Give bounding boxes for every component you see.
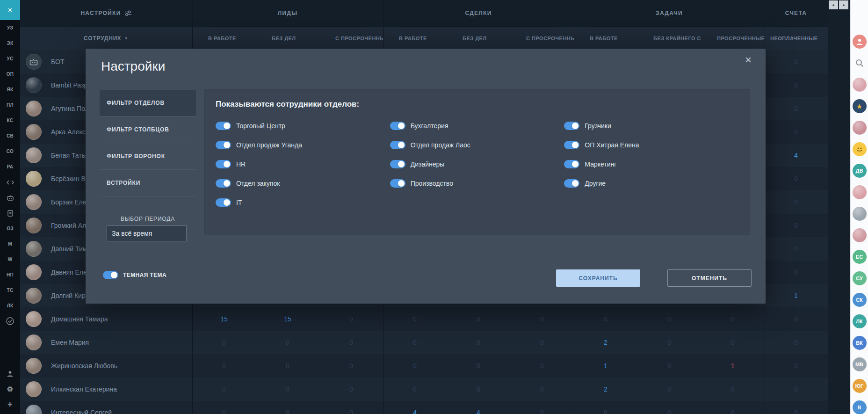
value-cell[interactable]: 0 (256, 339, 319, 346)
value-cell[interactable]: 0 (510, 385, 574, 393)
profile-avatar[interactable] (853, 35, 867, 49)
sidebar-channel-item[interactable]: ОЗ (0, 221, 20, 236)
sidebar-channel-item[interactable]: СО (0, 144, 20, 159)
value-cell[interactable]: 4 (383, 409, 447, 414)
document-icon[interactable] (0, 205, 20, 221)
employee-column-dropdown[interactable]: СОТРУДНИК ▼ (84, 35, 129, 42)
sidebar-channel-item[interactable]: КС (0, 113, 20, 128)
value-cell[interactable]: 0 (765, 409, 827, 414)
value-cell[interactable]: 0 (510, 409, 574, 414)
value-cell[interactable]: 0 (765, 175, 827, 182)
value-cell[interactable]: 0 (192, 385, 256, 393)
value-cell[interactable]: 0 (383, 362, 447, 370)
employee-cell[interactable]: Жириновская Любовь (20, 358, 192, 374)
sidebar-channel-item[interactable]: ТС (0, 283, 20, 298)
value-cell[interactable]: 1 (701, 362, 765, 370)
employee-cell[interactable]: Илкинская Екатерина (20, 381, 192, 397)
value-cell[interactable]: 0 (192, 362, 256, 370)
value-cell[interactable]: 0 (256, 409, 319, 414)
sidebar-channel-item[interactable]: W (0, 252, 20, 267)
contact-avatar[interactable]: ЛК (853, 314, 867, 328)
value-cell[interactable]: 0 (447, 315, 510, 323)
person-icon[interactable] (0, 366, 20, 381)
value-cell[interactable]: 0 (637, 315, 701, 323)
contact-avatar[interactable]: ВК (853, 336, 867, 350)
value-cell[interactable]: 0 (637, 409, 701, 414)
value-cell[interactable]: 0 (383, 315, 447, 323)
contact-avatar[interactable]: СК (853, 293, 867, 307)
value-cell[interactable]: 0 (192, 409, 256, 414)
modal-tab[interactable]: ВСТРОЙКИ (100, 170, 196, 196)
group-settings[interactable]: НАСТРОЙКИ (20, 0, 192, 26)
employee-cell[interactable]: Домашняя Тамара (20, 311, 192, 327)
value-cell[interactable]: 15 (256, 315, 319, 323)
contact-avatar[interactable]: СУ (853, 271, 867, 285)
sidebar-channel-item[interactable]: СВ (0, 128, 20, 144)
contact-avatar[interactable]: МВ (853, 357, 867, 371)
employee-cell[interactable]: Емен Мария (20, 334, 192, 350)
department-toggle[interactable] (564, 141, 579, 149)
value-cell[interactable]: 0 (765, 81, 827, 89)
value-cell[interactable]: 0 (765, 128, 827, 136)
modal-tab[interactable]: ФИЛЬТР СТОЛБЦОВ (100, 116, 196, 143)
contact-avatar[interactable]: ЮГ (853, 379, 867, 393)
check-circle-icon[interactable] (0, 313, 20, 329)
value-cell[interactable]: 0 (701, 409, 765, 414)
contact-avatar[interactable] (853, 78, 867, 92)
value-cell[interactable]: 0 (447, 339, 510, 346)
department-toggle[interactable] (216, 122, 231, 130)
value-cell[interactable]: 0 (701, 385, 765, 393)
value-cell[interactable]: 0 (701, 339, 765, 346)
value-cell[interactable]: 0 (319, 385, 383, 393)
scroll-up-button-2[interactable]: ▲ (839, 0, 848, 9)
save-button[interactable]: СОХРАНИТЬ (556, 269, 640, 287)
robot-icon[interactable] (0, 190, 20, 205)
value-cell[interactable]: 0 (383, 339, 447, 346)
value-cell[interactable]: 0 (765, 385, 827, 393)
contact-avatar[interactable]: ДВ (853, 164, 867, 178)
period-select[interactable]: За всё время (107, 225, 187, 241)
value-cell[interactable]: 0 (765, 105, 827, 112)
value-cell[interactable]: 0 (765, 222, 827, 229)
contact-avatar[interactable] (853, 185, 867, 199)
sidebar-channel-item[interactable]: РА (0, 159, 20, 174)
department-toggle[interactable] (216, 160, 231, 168)
department-toggle[interactable] (390, 122, 405, 130)
department-toggle[interactable] (390, 179, 405, 188)
value-cell[interactable]: 0 (574, 315, 637, 323)
sidebar-close-button[interactable]: × (0, 0, 20, 20)
contact-avatar[interactable]: ЕС (853, 250, 867, 264)
plus-icon[interactable]: + (0, 397, 20, 412)
value-cell[interactable]: 4 (765, 152, 827, 159)
value-cell[interactable]: 0 (510, 339, 574, 346)
value-cell[interactable]: 0 (765, 315, 827, 323)
department-toggle[interactable] (564, 160, 579, 168)
value-cell[interactable]: 15 (192, 315, 256, 323)
value-cell[interactable]: 0 (701, 315, 765, 323)
badge-avatar[interactable]: ★ (853, 99, 867, 113)
value-cell[interactable]: 0 (765, 269, 827, 276)
value-cell[interactable]: 0 (574, 409, 637, 414)
value-cell[interactable]: 2 (574, 339, 637, 346)
value-cell[interactable]: 0 (510, 315, 574, 323)
contact-avatar[interactable] (853, 228, 867, 242)
sidebar-channel-item[interactable]: НП (0, 267, 20, 283)
sidebar-channel-item[interactable]: ПЛ (0, 97, 20, 113)
value-cell[interactable]: 0 (447, 385, 510, 393)
department-toggle[interactable] (564, 122, 579, 130)
value-cell[interactable]: 1 (765, 292, 827, 299)
sidebar-channel-item[interactable]: М (0, 236, 20, 252)
value-cell[interactable]: 0 (510, 362, 574, 370)
contact-avatar[interactable] (853, 121, 867, 135)
value-cell[interactable]: 0 (765, 198, 827, 206)
cancel-button[interactable]: ОТМЕНИТЬ (667, 269, 752, 287)
value-cell[interactable]: 0 (319, 339, 383, 346)
value-cell[interactable]: 4 (447, 409, 510, 414)
modal-close-icon[interactable]: × (745, 54, 752, 65)
department-toggle[interactable] (390, 141, 405, 149)
department-toggle[interactable] (390, 160, 405, 168)
value-cell[interactable]: 0 (256, 362, 319, 370)
value-cell[interactable]: 0 (319, 409, 383, 414)
emoji-avatar[interactable] (853, 142, 867, 156)
department-toggle[interactable] (216, 141, 231, 149)
